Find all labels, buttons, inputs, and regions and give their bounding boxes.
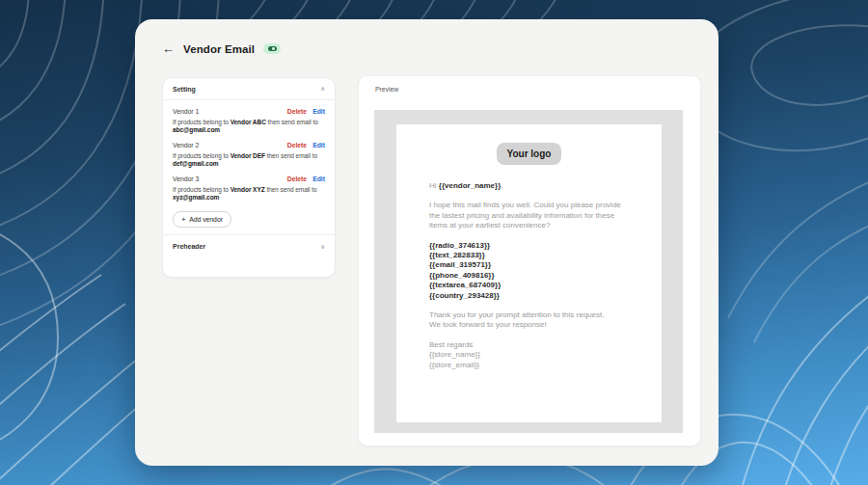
vendor-rule-1: Vendor 1 Delete Edit If products belong … — [173, 108, 325, 134]
vendor-name: Vendor 1 — [173, 108, 199, 115]
placeholder-variable: {{email_319571}} — [429, 260, 629, 270]
chevron-down-icon[interactable]: ∨ — [320, 244, 325, 251]
toggle-on-icon — [268, 46, 277, 51]
vendor-email-address: abc@gmail.com — [173, 126, 329, 134]
delete-vendor-button[interactable]: Delete — [287, 108, 307, 115]
vendor-rule-description: If products belong to Vendor ABC then se… — [173, 119, 329, 135]
vendor-name: Vendor 2 — [173, 142, 199, 148]
edit-vendor-button[interactable]: Edit — [312, 108, 325, 115]
page-header: ← Vendor Email — [162, 42, 281, 55]
edit-vendor-button[interactable]: Edit — [312, 175, 325, 182]
vendor-name: Vendor 3 — [173, 175, 199, 182]
logo-placeholder: Your logo — [497, 143, 562, 165]
preview-title: Preview — [375, 86, 398, 93]
vendor-rule-description: If products belong to Vendor DEF then se… — [173, 152, 329, 169]
back-arrow-icon[interactable]: ← — [162, 42, 175, 55]
delete-vendor-button[interactable]: Delete — [287, 142, 307, 148]
email-greeting: Hi {{vendor_name}}, — [429, 181, 629, 191]
vendor-email-address: xyz@gmail.com — [173, 194, 329, 202]
email-preview-card: Your logo Hi {{vendor_name}}, I hope thi… — [396, 124, 662, 422]
divider — [163, 99, 335, 100]
chevron-up-icon[interactable]: ∧ — [320, 86, 325, 93]
vendor-email-window: ← Vendor Email Setting ∧ Vendor 1 Delete… — [135, 19, 719, 466]
vendor-rule-description: If products belong to Vendor XYZ then se… — [173, 186, 329, 202]
vendor-rule-2: Vendor 2 Delete Edit If products belong … — [173, 142, 325, 168]
delete-vendor-button[interactable]: Delete — [287, 175, 307, 182]
email-signature: Best regards {{store_name}} {{store_emai… — [429, 340, 629, 370]
email-status-badge[interactable] — [263, 43, 281, 54]
plus-icon: + — [181, 217, 186, 223]
add-vendor-button[interactable]: + Add vendor — [173, 211, 231, 228]
email-placeholder-list: {{radio_374613}} {{text_282833}} {{email… — [429, 241, 629, 301]
preheader-section-header[interactable]: Preheader ∨ — [173, 235, 325, 250]
settings-panel: Setting ∧ Vendor 1 Delete Edit If produc… — [162, 77, 336, 278]
setting-section-header[interactable]: Setting ∧ — [173, 86, 325, 93]
email-body: Hi {{vendor_name}}, I hope this mail fin… — [429, 181, 629, 370]
email-paragraph: I hope this mail finds you well. Could y… — [429, 201, 629, 230]
placeholder-variable: {{phone_409816}} — [429, 271, 629, 281]
email-preview-backdrop: Your logo Hi {{vendor_name}}, I hope thi… — [374, 110, 683, 433]
preheader-section-title: Preheader — [173, 243, 205, 250]
email-closing: Thank you for your prompt attention to t… — [429, 310, 629, 331]
edit-vendor-button[interactable]: Edit — [312, 142, 325, 148]
placeholder-variable: {{text_282833}} — [429, 251, 629, 260]
vendor-rule-3: Vendor 3 Delete Edit If products belong … — [173, 175, 325, 202]
add-vendor-label: Add vendor — [189, 216, 223, 223]
preview-panel: Preview Your logo Hi {{vendor_name}}, I … — [358, 75, 701, 446]
vendor-email-address: def@gmail.com — [173, 160, 329, 168]
placeholder-variable: {{radio_374613}} — [429, 241, 629, 251]
setting-section-title: Setting — [173, 86, 196, 93]
placeholder-variable: {{textarea_687409}} — [429, 281, 629, 290]
page-title: Vendor Email — [183, 43, 255, 55]
placeholder-variable: {{country_293428}} — [429, 291, 629, 301]
